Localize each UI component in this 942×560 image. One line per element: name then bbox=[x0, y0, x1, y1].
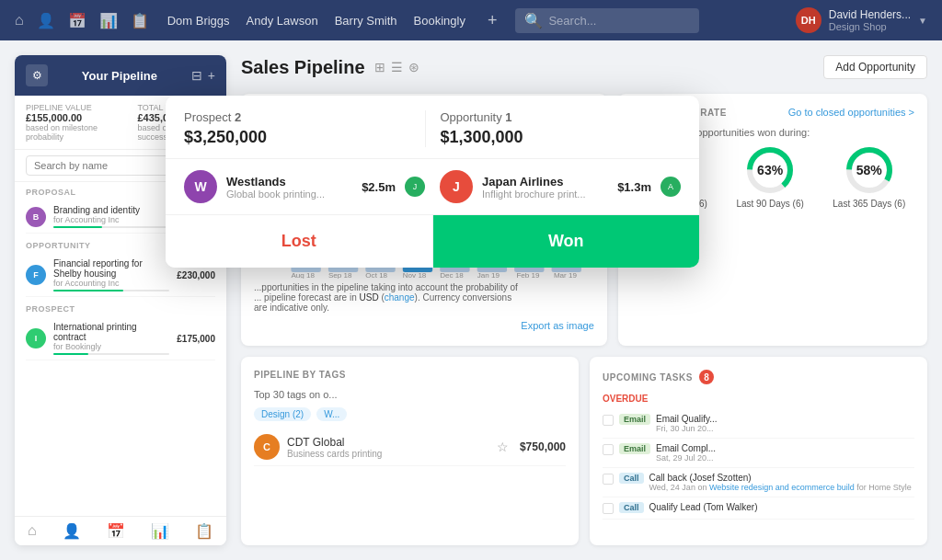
donut-365days: 58% Last 365 Days (6) bbox=[833, 145, 905, 209]
stage-opportunity-value: $1,300,000 bbox=[441, 128, 682, 147]
task-checkbox-3[interactable] bbox=[603, 474, 614, 485]
popup-actions: Lost Won bbox=[166, 214, 699, 268]
popup-item-japan-airlines[interactable]: J Japan Airlines Inflight brochure print… bbox=[440, 170, 681, 203]
left-panel-actions: ⊟ + bbox=[191, 68, 215, 83]
tasks-card-header: UPCOMING TASKS 8 bbox=[603, 370, 914, 384]
main-content: ⚙ Your Pipeline ⊟ + Pipeline Value £155,… bbox=[0, 40, 942, 560]
nav-link-bookingly[interactable]: Bookingly bbox=[414, 14, 465, 28]
westlands-name: Westlands bbox=[226, 175, 352, 189]
stage-opportunity-count: 1 bbox=[505, 110, 511, 124]
item-info: Branding and identity for Accounting Inc bbox=[53, 205, 175, 228]
nav-link-andy[interactable]: Andy Lawson bbox=[247, 14, 318, 28]
add-nav-button[interactable]: + bbox=[488, 11, 498, 30]
list-view-button[interactable]: ☰ bbox=[391, 60, 403, 74]
bottom-row: PIPELINE BY TAGS Top 30 tags on o... Des… bbox=[241, 357, 927, 545]
kanban-view-button[interactable]: ⊞ bbox=[374, 60, 385, 74]
donut-90-pct: 63% bbox=[757, 163, 783, 177]
task-date-2: Sat, 29 Jul 20... bbox=[656, 453, 914, 463]
donut-365-pct: 58% bbox=[856, 163, 882, 177]
pipeline-tags-card: PIPELINE BY TAGS Top 30 tags on o... Des… bbox=[241, 357, 579, 545]
left-panel-header: ⚙ Your Pipeline ⊟ + bbox=[15, 55, 226, 96]
calendar-icon[interactable]: 📅 bbox=[68, 12, 86, 29]
svg-text:Sep 18: Sep 18 bbox=[328, 272, 352, 279]
tag-chip-design[interactable]: Design (2) bbox=[254, 407, 311, 421]
avatar: DH bbox=[796, 7, 821, 33]
stage-prospect-value: $3,250,000 bbox=[184, 128, 425, 147]
japan-airlines-desc: Inflight brochure print... bbox=[482, 189, 608, 200]
list-item[interactable]: I International printing contract for Bo… bbox=[26, 317, 215, 360]
nav-links: Dom Briggs Andy Lawson Barry Smith Booki… bbox=[167, 14, 465, 28]
task-checkbox-2[interactable] bbox=[603, 444, 614, 455]
bottom-chart-icon[interactable]: 📊 bbox=[151, 522, 169, 540]
website-redesign-link[interactable]: Website redesign and ecommerce build bbox=[709, 483, 855, 492]
task-title-4: Qualify Lead (Tom Walker) bbox=[649, 502, 914, 512]
japan-airlines-user-avatar: A bbox=[661, 177, 681, 197]
donut-chart-90: 63% bbox=[745, 145, 795, 195]
bottom-document-icon[interactable]: 📋 bbox=[195, 522, 213, 540]
task-title-3: Call back (Josef Szotten) bbox=[649, 473, 914, 483]
svg-text:Oct 18: Oct 18 bbox=[365, 272, 387, 279]
japan-airlines-value: $1.3m bbox=[617, 180, 651, 194]
section-label: PROSPECT bbox=[26, 304, 215, 314]
tags-label: PIPELINE BY TAGS bbox=[254, 370, 346, 380]
user-details: David Henders... Design Shop bbox=[829, 8, 911, 32]
nav-icon-group: ⌂ 👤 📅 📊 📋 bbox=[15, 12, 149, 29]
bottom-calendar-icon[interactable]: 📅 bbox=[107, 522, 125, 540]
task-badge-email-2: Email bbox=[619, 443, 650, 454]
export-link[interactable]: Export as image bbox=[521, 320, 593, 331]
progress-bar bbox=[53, 290, 169, 291]
tag-chip-w[interactable]: W... bbox=[316, 407, 347, 421]
item-avatar: B bbox=[26, 207, 46, 227]
nav-link-dom[interactable]: Dom Briggs bbox=[167, 14, 230, 28]
nav-link-barry[interactable]: Barry Smith bbox=[335, 14, 397, 28]
bottom-user-icon[interactable]: 👤 bbox=[63, 522, 81, 540]
user-role: Design Shop bbox=[829, 21, 911, 32]
home-icon[interactable]: ⌂ bbox=[15, 12, 24, 29]
add-pipeline-button[interactable]: + bbox=[208, 68, 215, 83]
gear-icon[interactable]: ⚙ bbox=[26, 64, 48, 86]
tag-company-desc: Business cards printing bbox=[287, 449, 489, 459]
popup-item-westlands[interactable]: W Westlands Global book printing... $2.5… bbox=[184, 170, 425, 203]
overdue-label: OVERDUE bbox=[603, 394, 914, 404]
progress-bar bbox=[53, 226, 175, 228]
progress-bar bbox=[53, 353, 169, 355]
filter-icon[interactable]: ⊟ bbox=[191, 68, 202, 83]
star-icon: ☆ bbox=[497, 440, 509, 454]
bottom-navigation: ⌂ 👤 📅 📊 📋 bbox=[15, 516, 226, 545]
search-box[interactable]: 🔍 bbox=[515, 8, 699, 33]
tag-company-name: CDT Global bbox=[287, 436, 489, 449]
user-info[interactable]: DH David Henders... Design Shop ▼ bbox=[796, 7, 927, 33]
stage-opportunity-label: Opportunity 1 bbox=[441, 110, 682, 124]
tag-value: $750,000 bbox=[520, 440, 566, 453]
bottom-home-icon[interactable]: ⌂ bbox=[28, 522, 37, 540]
conversion-link[interactable]: Go to closed opportunities > bbox=[788, 107, 914, 118]
task-title-2: Email Compl... bbox=[656, 443, 914, 453]
won-button[interactable]: Won bbox=[433, 215, 700, 268]
tag-item-cdt[interactable]: C CDT Global Business cards printing ☆ $… bbox=[254, 429, 566, 466]
task-content-1: Email Qualify... Fri, 30 Jun 20... bbox=[656, 414, 914, 433]
tags-card-header: PIPELINE BY TAGS bbox=[254, 370, 566, 380]
user-name: David Henders... bbox=[829, 8, 911, 21]
westlands-desc: Global book printing... bbox=[226, 189, 352, 200]
svg-text:Feb 19: Feb 19 bbox=[516, 272, 539, 279]
donut-90days: 63% Last 90 Days (6) bbox=[736, 145, 803, 209]
task-content-4: Qualify Lead (Tom Walker) bbox=[649, 502, 914, 512]
top-navigation: ⌂ 👤 📅 📊 📋 Dom Briggs Andy Lawson Barry S… bbox=[0, 0, 942, 40]
page-header: Sales Pipeline ⊞ ☰ ⊛ Add Opportunity bbox=[241, 55, 927, 79]
item-company: for Accounting Inc bbox=[53, 279, 169, 288]
lost-button[interactable]: Lost bbox=[166, 215, 433, 268]
search-input[interactable] bbox=[548, 14, 690, 28]
task-badge-call-3: Call bbox=[619, 473, 644, 484]
user-icon[interactable]: 👤 bbox=[37, 12, 55, 29]
item-company: for Accounting Inc bbox=[53, 215, 175, 224]
document-icon[interactable]: 📋 bbox=[131, 12, 149, 29]
task-checkbox-4[interactable] bbox=[603, 503, 614, 514]
item-name: Branding and identity bbox=[53, 205, 175, 215]
upcoming-tasks-card: UPCOMING TASKS 8 OVERDUE Email Email Qua… bbox=[590, 357, 927, 545]
task-checkbox-1[interactable] bbox=[603, 415, 614, 426]
settings-view-button[interactable]: ⊛ bbox=[408, 60, 419, 74]
add-opportunity-button[interactable]: Add Opportunity bbox=[823, 55, 927, 79]
donut-chart-365: 58% bbox=[844, 145, 894, 195]
svg-text:Aug 18: Aug 18 bbox=[291, 272, 315, 279]
chart-icon[interactable]: 📊 bbox=[99, 12, 118, 29]
